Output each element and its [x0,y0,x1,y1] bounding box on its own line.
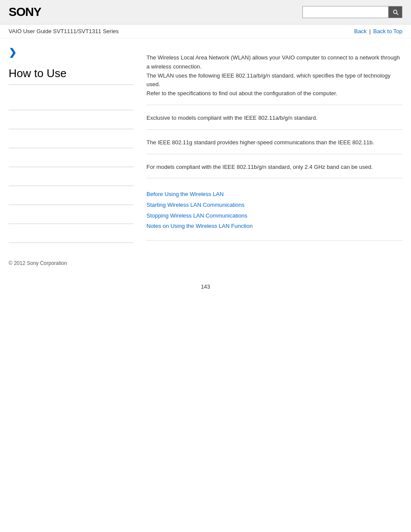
list-item [9,186,134,205]
content-section-1: The Wireless Local Area Network (WLAN) a… [146,47,402,105]
content-section-2: Exclusive to models compliant with the I… [146,107,402,130]
content-text-2: Exclusive to models compliant with the I… [146,114,402,123]
sidebar: ❯ How to Use [9,47,142,243]
back-to-top-link[interactable]: Back to Top [373,28,402,34]
content-text-1a: The Wireless Local Area Network (WLAN) a… [146,53,402,72]
list-item [9,110,134,129]
guide-title: VAIO User Guide SVT1111/SVT1311 Series [9,28,119,34]
list-item [9,167,134,186]
nav-bar: VAIO User Guide SVT1111/SVT1311 Series B… [0,25,411,38]
main-content: ❯ How to Use The Wireless Local Area Net… [0,38,411,252]
content-section-4: For models compliant with the IEEE 802.1… [146,156,402,179]
link-notes-wlan[interactable]: Notes on Using the Wireless LAN Function [146,221,402,232]
search-button[interactable] [389,6,402,18]
footer: © 2012 Sony Corporation [0,252,411,275]
content-text-4: For models compliant with the IEEE 802.1… [146,163,402,172]
content-text-3: The IEEE 802.11g standard provides highe… [146,138,402,147]
copyright-text: © 2012 Sony Corporation [9,260,67,266]
content-text-1c: Refer to the specifications to find out … [146,89,402,98]
list-item [9,148,134,167]
header: SONY [0,0,411,25]
list-item [9,205,134,224]
back-link[interactable]: Back [354,28,367,34]
sidebar-title: How to Use [9,67,134,85]
content-text-1b: The WLAN uses the following IEEE 802.11a… [146,72,402,90]
sony-logo: SONY [9,5,41,19]
link-starting-wlan[interactable]: Starting Wireless LAN Communications [146,200,402,211]
sidebar-nav [9,91,134,243]
nav-separator: | [369,28,371,34]
list-item [9,129,134,148]
link-before-using[interactable]: Before Using the Wireless LAN [146,189,402,200]
search-icon [392,9,399,16]
nav-links: Back | Back to Top [354,28,402,34]
list-item [9,224,134,243]
search-input[interactable] [302,6,389,18]
link-stopping-wlan[interactable]: Stopping Wireless LAN Communications [146,211,402,221]
page-number: 143 [0,275,411,299]
content-area: The Wireless Local Area Network (WLAN) a… [142,47,402,243]
breadcrumb-arrow: ❯ [9,47,134,58]
content-links-section: Before Using the Wireless LAN Starting W… [146,180,402,241]
list-item [9,91,134,110]
search-area [302,6,402,18]
content-section-3: The IEEE 802.11g standard provides highe… [146,132,402,154]
